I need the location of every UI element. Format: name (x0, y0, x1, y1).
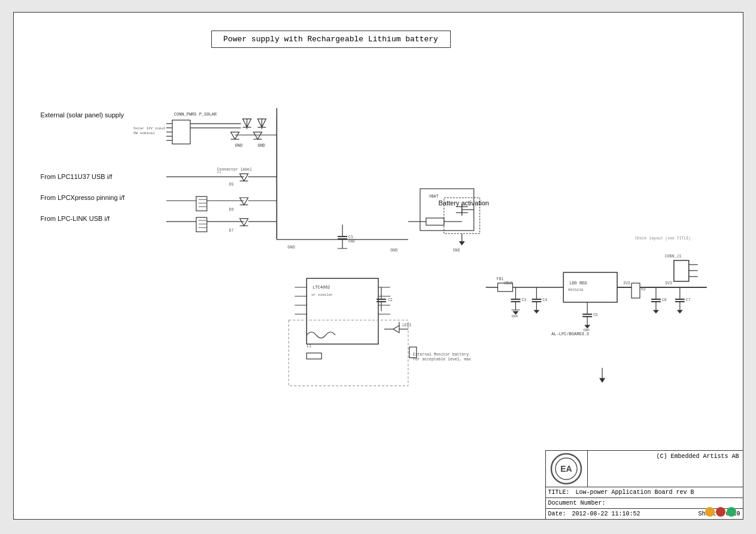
svg-text:6W nominal: 6W nominal (133, 131, 154, 135)
svg-text:CONN_J1: CONN_J1 (664, 254, 681, 259)
svg-marker-93 (393, 326, 399, 333)
svg-marker-113 (533, 310, 539, 314)
svg-marker-44 (239, 219, 248, 226)
svg-marker-139 (676, 310, 682, 314)
svg-text:AL-LPC/BOARD3.3: AL-LPC/BOARD3.3 (551, 332, 589, 336)
svg-rect-39 (196, 217, 207, 232)
svg-text:C3: C3 (521, 298, 526, 302)
company-logo: EA (546, 451, 588, 487)
title-label-row: TITLE: Low-power Application Board rev B (546, 487, 743, 498)
svg-rect-141 (673, 260, 688, 281)
schematic-diagram: CONN_PWR5 P_SOLAR GND (14, 13, 743, 519)
svg-text:P_SOLAR: P_SOLAR (199, 112, 216, 117)
svg-text:CONN_PWR5: CONN_PWR5 (174, 112, 196, 117)
svg-text:C1: C1 (348, 235, 353, 239)
svg-text:GND: GND (511, 314, 518, 318)
svg-text:D7: D7 (229, 229, 233, 233)
svg-text:LTC4062: LTC4062 (312, 285, 330, 290)
svg-marker-22 (253, 132, 262, 139)
yocto-dot-red (716, 507, 725, 517)
svg-text:MIC5219: MIC5219 (568, 288, 583, 292)
svg-marker-147 (599, 378, 605, 383)
svg-text:LDO REG: LDO REG (569, 281, 587, 286)
svg-text:D6: D6 (229, 208, 233, 212)
svg-marker-133 (652, 310, 658, 314)
svg-text:GND: GND (453, 248, 460, 253)
svg-text:or similar: or similar (311, 293, 333, 297)
svg-text:Connector label: Connector label (217, 168, 251, 172)
svg-text:GND: GND (257, 143, 265, 148)
svg-marker-70 (459, 241, 464, 245)
svg-rect-127 (631, 283, 640, 298)
svg-text:L1: L1 (306, 344, 311, 348)
svg-text:Solar 12V input: Solar 12V input (133, 126, 165, 131)
yocto-dot-orange (705, 507, 715, 517)
svg-text:GND: GND (235, 143, 242, 148)
svg-text:GND: GND (390, 248, 397, 253)
schematic-sheet: Power supply with Rechargeable Lithium b… (13, 12, 743, 520)
svg-marker-26 (239, 174, 248, 181)
svg-text:VBAT: VBAT (429, 195, 438, 199)
svg-text:External Monitor battery: External Monitor battery (412, 353, 468, 357)
svg-text:GND: GND (287, 245, 295, 250)
svg-text:C7: C7 (685, 298, 690, 302)
svg-text:C2: C2 (387, 298, 392, 302)
svg-text:D5: D5 (229, 183, 233, 187)
yocto-logo: › (705, 507, 740, 517)
svg-text:VBUS: VBUS (503, 281, 513, 286)
yocto-dot-green (727, 507, 736, 517)
svg-text:Check layout (see TITLE): Check layout (see TITLE) (634, 236, 690, 241)
svg-text:C6: C6 (661, 298, 666, 302)
svg-text:EA: EA (560, 464, 572, 474)
svg-rect-87 (306, 353, 321, 359)
svg-rect-30 (196, 196, 207, 211)
svg-rect-0 (172, 120, 190, 144)
svg-text:FB1: FB1 (496, 277, 503, 281)
svg-text:3V3: 3V3 (623, 281, 630, 286)
company-name: (C) Embedded Artists AB (590, 452, 740, 461)
svg-text:C5: C5 (593, 313, 598, 317)
svg-text:GND: GND (348, 239, 355, 244)
svg-rect-62 (426, 218, 444, 225)
svg-text:C4: C4 (542, 298, 547, 302)
svg-text:P4: P4 (217, 171, 221, 175)
svg-text:R3: R3 (640, 287, 645, 292)
schematic-area: Power supply with Rechargeable Lithium b… (14, 13, 743, 519)
svg-marker-35 (239, 198, 248, 205)
svg-text:LED1: LED1 (402, 323, 411, 327)
svg-text:3V3: 3V3 (664, 281, 672, 286)
yocto-arrow: › (737, 507, 740, 517)
svg-marker-18 (230, 132, 239, 139)
svg-text:for acceptable level, max: for acceptable level, max (412, 357, 470, 362)
